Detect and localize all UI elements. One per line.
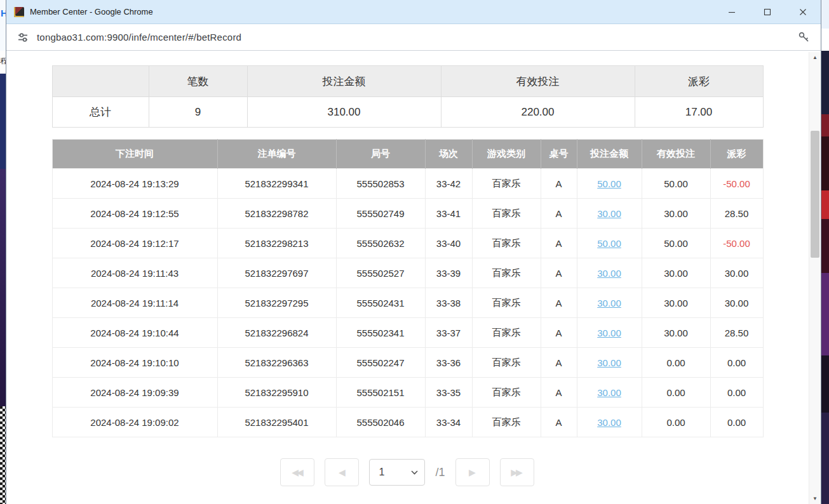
valid-bet-cell: 0.00: [642, 408, 710, 437]
bet-amount-link[interactable]: 30.00: [597, 417, 621, 428]
site-favicon-icon: [14, 7, 24, 17]
background-segment: [821, 355, 829, 413]
table-row: 2024-08-24 19:10:10521832296363555502247…: [52, 348, 763, 378]
page-total-label: /1: [435, 466, 445, 479]
close-button[interactable]: [785, 0, 821, 24]
order-number-cell: 521832298782: [217, 199, 336, 229]
bet-time-cell: 2024-08-24 19:12:17: [52, 229, 217, 258]
bet-time-cell: 2024-08-24 19:10:44: [52, 318, 217, 348]
summary-total-count: 9: [149, 97, 247, 128]
bet-amount-link[interactable]: 50.00: [597, 238, 621, 249]
payout-cell: 0.00: [710, 378, 763, 408]
bet-table-header-row: 下注时间 注单编号 局号 场次 游戏类别 桌号 投注金额 有效投注 派彩: [52, 140, 763, 169]
last-page-button[interactable]: ▶▶: [500, 458, 534, 486]
order-number-cell: 521832299341: [217, 169, 336, 199]
header-valid-bet: 有效投注: [642, 140, 710, 169]
summary-header-valid-bet: 有效投注: [441, 66, 635, 97]
table-number-cell: A: [541, 229, 577, 258]
maximize-button[interactable]: [750, 0, 785, 24]
order-number-cell: 521832296363: [217, 348, 336, 378]
order-number-cell: 521832297295: [217, 288, 336, 318]
game-type-cell: 百家乐: [472, 408, 541, 437]
header-bet-time: 下注时间: [52, 140, 217, 169]
header-round-number: 局号: [336, 140, 425, 169]
session-cell: 33-34: [425, 408, 472, 437]
bet-time-cell: 2024-08-24 19:09:39: [52, 378, 217, 408]
game-type-cell: 百家乐: [472, 258, 541, 288]
url-text[interactable]: tongbao31.com:9900/infe/mcenter/#/betRec…: [37, 32, 790, 43]
order-number-cell: 521832296824: [217, 318, 336, 348]
valid-bet-cell: 30.00: [642, 199, 710, 229]
page-select[interactable]: 1: [369, 459, 425, 486]
minimize-button[interactable]: [714, 0, 750, 24]
payout-cell: -50.00: [710, 229, 763, 258]
payout-cell: 0.00: [710, 408, 763, 437]
header-order-number: 注单编号: [217, 140, 336, 169]
order-number-cell: 521832297697: [217, 258, 336, 288]
first-page-button[interactable]: ◀◀: [280, 458, 314, 486]
scrollbar-up-arrow-icon[interactable]: ▲: [809, 52, 821, 63]
next-page-button[interactable]: ▶: [455, 458, 490, 486]
background-segment: [821, 51, 829, 114]
table-row: 2024-08-24 19:11:43521832297697555502527…: [52, 258, 763, 288]
last-page-icon: ▶▶: [511, 467, 523, 477]
round-number-cell: 555502749: [336, 199, 425, 229]
background-text-fragment: 程: [0, 56, 6, 67]
window-titlebar[interactable]: Member Center - Google Chrome: [6, 0, 821, 24]
bet-amount-link[interactable]: 50.00: [597, 178, 621, 189]
round-number-cell: 555502853: [336, 169, 425, 199]
bet-amount-link[interactable]: 30.00: [597, 328, 621, 338]
valid-bet-cell: 30.00: [642, 258, 710, 288]
bet-amount-link[interactable]: 30.00: [597, 357, 621, 368]
bet-amount-link[interactable]: 30.00: [597, 387, 621, 398]
round-number-cell: 555502247: [336, 348, 425, 378]
table-row: 2024-08-24 19:10:44521832296824555502341…: [52, 318, 763, 348]
bet-amount-link[interactable]: 30.00: [597, 268, 621, 279]
table-number-cell: A: [541, 199, 577, 229]
round-number-cell: 555502431: [336, 288, 425, 318]
session-cell: 33-41: [425, 199, 472, 229]
header-table-number: 桌号: [541, 140, 577, 169]
table-number-cell: A: [541, 348, 577, 378]
summary-total-payout: 17.00: [635, 97, 763, 128]
table-row: 2024-08-24 19:11:14521832297295555502431…: [52, 288, 763, 318]
background-segment: [821, 190, 829, 219]
session-cell: 33-36: [425, 348, 472, 378]
page-area: 笔数 投注金额 有效投注 派彩 总计 9 310.00 220.: [6, 51, 808, 504]
scrollbar-thumb[interactable]: [811, 131, 819, 258]
bet-amount-cell: 30.00: [577, 378, 642, 408]
table-number-cell: A: [541, 408, 577, 437]
order-number-cell: 521832295401: [217, 408, 336, 437]
password-key-icon[interactable]: [797, 30, 811, 44]
order-number-cell: 521832298213: [217, 229, 336, 258]
bet-amount-link[interactable]: 30.00: [597, 208, 621, 219]
background-text-fragment: H: [1, 8, 6, 18]
site-info-icon[interactable]: [17, 31, 29, 44]
summary-table: 笔数 投注金额 有效投注 派彩 总计 9 310.00 220.: [52, 65, 764, 128]
prev-page-button[interactable]: ◀: [325, 458, 359, 486]
prev-page-icon: ◀: [339, 467, 346, 477]
background-left-strip: H 程: [0, 0, 6, 504]
game-type-cell: 百家乐: [472, 199, 541, 229]
bet-amount-cell: 30.00: [577, 408, 642, 437]
bet-time-cell: 2024-08-24 19:09:02: [52, 408, 217, 437]
header-session: 场次: [425, 140, 472, 169]
scrollbar-down-arrow-icon[interactable]: ▼: [809, 493, 821, 504]
payout-cell: 30.00: [710, 288, 763, 318]
summary-total-bet-amount: 310.00: [247, 97, 441, 128]
game-type-cell: 百家乐: [472, 378, 541, 408]
valid-bet-cell: 0.00: [642, 378, 710, 408]
bet-amount-cell: 50.00: [577, 229, 642, 258]
table-number-cell: A: [541, 378, 577, 408]
round-number-cell: 555502046: [336, 408, 425, 437]
bet-time-cell: 2024-08-24 19:11:43: [52, 258, 217, 288]
table-row: 2024-08-24 19:09:39521832295910555502151…: [52, 378, 763, 408]
bet-amount-link[interactable]: 30.00: [597, 298, 621, 308]
round-number-cell: 555502632: [336, 229, 425, 258]
payout-cell: 28.50: [710, 318, 763, 348]
page-scrollbar[interactable]: ▲ ▼: [809, 52, 821, 504]
bet-time-cell: 2024-08-24 19:13:29: [52, 169, 217, 199]
payout-cell: 0.00: [710, 348, 763, 378]
table-number-cell: A: [541, 318, 577, 348]
bet-amount-cell: 30.00: [577, 258, 642, 288]
